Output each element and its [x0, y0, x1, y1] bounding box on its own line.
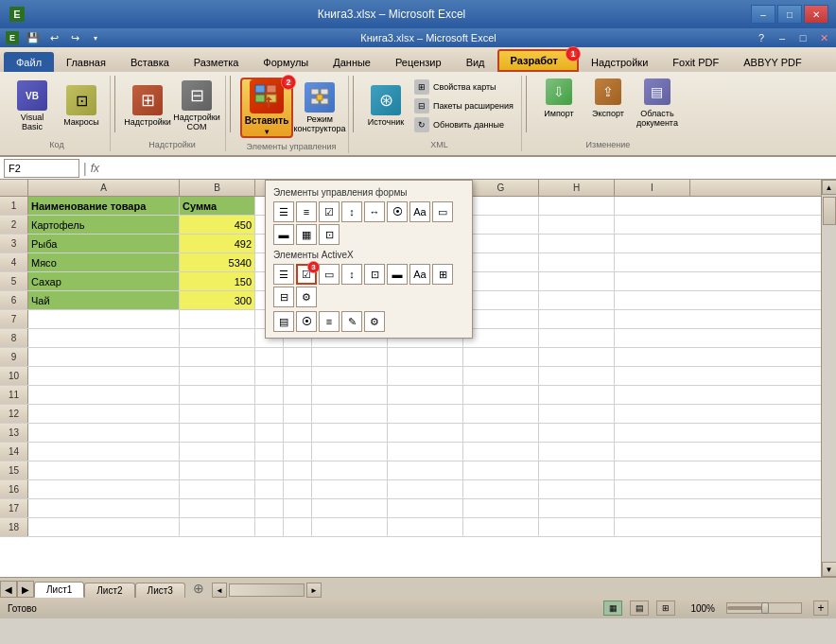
tab-new[interactable]: ⊕	[185, 579, 212, 598]
sheet-nav-prev[interactable]: ◀	[0, 581, 17, 598]
redo-qa-button[interactable]: ↪	[66, 30, 83, 45]
tab-formulas[interactable]: Формулы	[251, 52, 321, 72]
cell-a4[interactable]: Мясо	[28, 253, 180, 271]
tab-insert[interactable]: Вставка	[118, 52, 182, 72]
cell-h6[interactable]	[539, 291, 615, 309]
cell-h4[interactable]	[539, 253, 615, 271]
cell-h5[interactable]	[539, 272, 615, 290]
cell-b4[interactable]: 5340	[180, 253, 255, 271]
activex-icon-checkbox[interactable]: ☑ 3	[296, 264, 317, 285]
sheet-nav-next[interactable]: ▶	[17, 581, 34, 598]
form-icon-checkbox[interactable]: ☑	[319, 201, 340, 222]
activex-icon-more2[interactable]: ⦿	[296, 311, 317, 332]
form-icon-option[interactable]: ⦿	[387, 201, 408, 222]
cell-a3[interactable]: Рыба	[28, 235, 180, 252]
form-icon-combo[interactable]: ≡	[296, 201, 317, 222]
export-button[interactable]: ⇪ Экспорт	[585, 78, 631, 129]
cell-b3[interactable]: 492	[180, 235, 255, 252]
tab-list2[interactable]: Лист2	[84, 583, 134, 598]
zoom-in-button[interactable]: +	[813, 600, 828, 616]
zoom-slider[interactable]	[726, 602, 802, 614]
cell-g6[interactable]	[463, 291, 539, 309]
form-icon-button[interactable]: ▬	[273, 224, 294, 245]
cell-b5[interactable]: 150	[180, 272, 255, 290]
vertical-scrollbar[interactable]: ▲ ▼	[821, 180, 836, 577]
close-button[interactable]: ✕	[804, 5, 828, 24]
cell-a6[interactable]: Чай	[28, 291, 180, 309]
extension-packs-button[interactable]: ⊟ Пакеты расширения	[412, 97, 515, 114]
addins-button[interactable]: ⊞ Надстройки	[125, 78, 170, 134]
undo-qa-button[interactable]: ↩	[45, 30, 62, 45]
formula-input[interactable]	[103, 159, 832, 178]
scroll-right-button[interactable]: ►	[306, 583, 322, 598]
tab-home[interactable]: Главная	[54, 52, 118, 72]
visual-basic-button[interactable]: VB VisualBasic	[9, 78, 55, 134]
cell-g4[interactable]	[463, 253, 539, 271]
constructor-mode-button[interactable]: Режимконструктора	[297, 79, 342, 136]
activex-icon-extra[interactable]: ⚙	[296, 287, 317, 307]
name-box[interactable]: F2	[4, 159, 79, 178]
vstavit-button[interactable]: 2 Вставить ▾	[240, 78, 293, 138]
form-icon-label[interactable]: Aa	[409, 201, 430, 222]
activex-icon-more5[interactable]: ⚙	[364, 311, 385, 332]
tab-developer[interactable]: Разработ 1	[497, 49, 579, 72]
activex-icon-more4[interactable]: ✎	[341, 311, 362, 332]
tab-list1[interactable]: Лист1	[34, 582, 84, 598]
form-icon-spin[interactable]: ↕	[341, 201, 362, 222]
qa-dropdown[interactable]: ▾	[87, 30, 104, 45]
import-button[interactable]: ⇩ Импорт	[536, 78, 582, 129]
cell-g5[interactable]	[463, 272, 539, 290]
activex-icon-more1[interactable]: ▤	[273, 311, 294, 332]
activex-icon-textbox[interactable]: ▭	[319, 264, 340, 285]
layout-break[interactable]: ⊞	[656, 600, 675, 616]
cell-a1[interactable]: Наименование товара	[28, 197, 180, 215]
form-icon-extra2[interactable]: ⊡	[319, 224, 340, 245]
source-button[interactable]: ⊛ Источник	[363, 78, 409, 134]
cell-h2[interactable]	[539, 216, 615, 234]
tab-data[interactable]: Данные	[321, 52, 383, 72]
tab-abbyy[interactable]: ABBYY PDF	[731, 52, 814, 72]
activex-icon-label[interactable]: Aa	[409, 264, 430, 285]
activex-icon-image[interactable]: ⊞	[432, 264, 453, 285]
cell-g2[interactable]	[463, 216, 539, 234]
activex-icon-scrollbar[interactable]: ↕	[341, 264, 362, 285]
scroll-thumb-v[interactable]	[823, 197, 836, 225]
tab-view[interactable]: Вид	[454, 52, 497, 72]
macros-button[interactable]: ⊡ Макросы	[59, 78, 104, 134]
refresh-data-button[interactable]: ↻ Обновить данные	[412, 116, 515, 133]
tab-foxit[interactable]: Foxit PDF	[660, 52, 731, 72]
cell-a5[interactable]: Сахар	[28, 272, 180, 290]
scroll-thumb-h[interactable]	[229, 583, 305, 597]
restore-win[interactable]: □	[794, 30, 811, 45]
activex-icon-listbox[interactable]: ☰	[273, 264, 294, 285]
tab-addins[interactable]: Надстройки	[579, 52, 660, 72]
cell-b1[interactable]: Сумма	[180, 197, 255, 215]
scroll-up-button[interactable]: ▲	[822, 180, 837, 195]
map-props-button[interactable]: ⊞ Свойства карты	[412, 78, 515, 96]
cell-h3[interactable]	[539, 235, 615, 252]
form-icon-listbox[interactable]: ☰	[273, 201, 294, 222]
layout-normal[interactable]: ▦	[603, 600, 622, 616]
com-addins-button[interactable]: ⊟ НадстройкиCOM	[174, 78, 219, 134]
save-qa-button[interactable]: 💾	[25, 30, 42, 45]
tab-review[interactable]: Рецензир	[383, 52, 454, 72]
tab-layout[interactable]: Разметка	[182, 52, 252, 72]
form-icon-groupbox[interactable]: ▭	[432, 201, 453, 222]
tab-list3[interactable]: Лист3	[135, 583, 185, 598]
form-icon-extra1[interactable]: ▦	[296, 224, 317, 245]
scroll-down-button[interactable]: ▼	[822, 562, 837, 577]
close-win[interactable]: ✕	[815, 30, 832, 45]
maximize-button[interactable]: □	[777, 5, 802, 24]
layout-page[interactable]: ▤	[630, 600, 649, 616]
cell-b2[interactable]: 450	[180, 216, 255, 234]
minimize-button[interactable]: –	[751, 5, 775, 24]
activex-icon-toggle[interactable]: ⊟	[273, 287, 294, 307]
doc-area-button[interactable]: ▤ Областьдокумента	[635, 78, 680, 129]
help-button[interactable]: ?	[753, 30, 770, 45]
scroll-left-button[interactable]: ◄	[212, 583, 227, 598]
minimize-win[interactable]: –	[774, 30, 791, 45]
activex-icon-cmd[interactable]: ▬	[387, 264, 408, 285]
cell-g3[interactable]	[463, 235, 539, 252]
cell-a2[interactable]: Картофель	[28, 216, 180, 234]
cell-g1[interactable]	[463, 197, 539, 215]
